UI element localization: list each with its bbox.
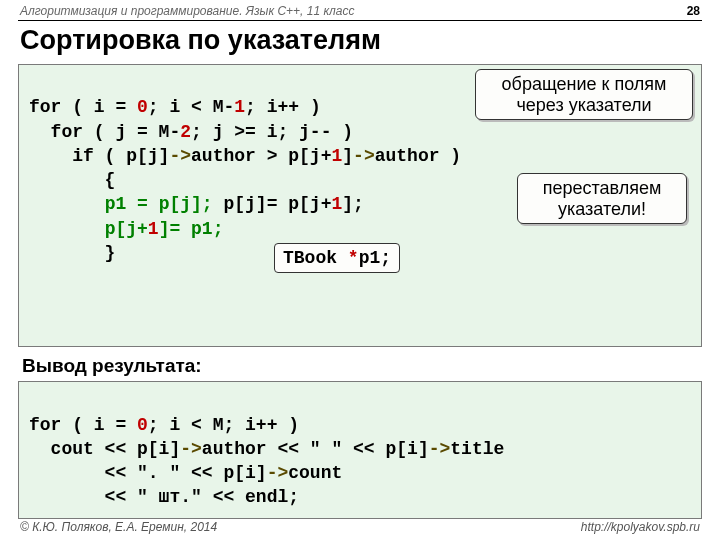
header-bar: Алгоритмизация и программирование. Язык … [0,0,720,20]
page-title: Сортировка по указателям [0,23,720,64]
callout-swap: переставляем указатели! [517,173,687,224]
footer: © К.Ю. Поляков, Е.А. Еремин, 2014 http:/… [0,520,720,534]
callout-line: обращение к полям [502,74,667,94]
callout-line: через указатели [516,95,651,115]
copyright: © К.Ю. Поляков, Е.А. Еремин, 2014 [20,520,217,534]
footer-url: http://kpolyakov.spb.ru [581,520,700,534]
callout-line: указатели! [558,199,646,219]
callout-fields: обращение к полям через указатели [475,69,693,120]
code-block-sort: for ( i = 0; i < M-1; i++ ) for ( j = M-… [18,64,702,347]
page-number: 28 [687,4,700,18]
divider [18,20,702,21]
code-block-output: for ( i = 0; i < M; i++ ) cout << p[i]->… [18,381,702,518]
callout-line: переставляем [543,178,662,198]
output-subtitle: Вывод результата: [0,353,720,381]
tbook-declaration: TBook *p1; [274,243,400,273]
course-text: Алгоритмизация и программирование. Язык … [20,4,355,18]
